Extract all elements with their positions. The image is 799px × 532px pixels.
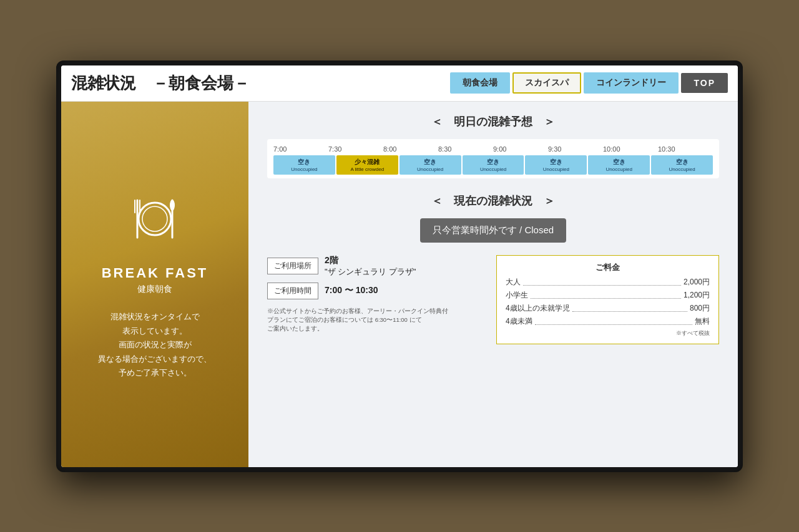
current-section: ＜ 現在の混雑状況 ＞ 只今営業時間外です / Closed: [267, 193, 719, 243]
tab-laundry[interactable]: コインランドリー: [584, 72, 679, 94]
pricing-box: ご料金 大人 2,000円 小学生 1,200円 4歳以上の未就学児: [496, 255, 719, 344]
price-row-preschool: 4歳以上の未就学児 800円: [506, 303, 710, 314]
price-value-infant: 無料: [695, 316, 710, 327]
price-row-infant: 4歳未満 無料: [506, 316, 710, 327]
location-value: 2階 "ザ シンギュラリ プラザ": [325, 255, 416, 278]
price-value-preschool: 800円: [690, 303, 710, 314]
price-label-adult: 大人: [506, 277, 521, 288]
time-label-4: 9:00: [493, 145, 548, 153]
hours-label: ご利用時間: [267, 283, 318, 299]
svg-point-7: [170, 200, 175, 211]
info-grid: ご利用場所 2階 "ザ シンギュラリ プラザ" ご利用時間 7:00 〜 10:…: [267, 255, 719, 344]
right-panel: ＜ 明日の混雑予想 ＞ 7:00 7:30 8:00 8:30 9:00 9:3…: [248, 102, 738, 467]
tab-skylounge[interactable]: スカイスパ: [512, 72, 581, 94]
info-left: ご利用場所 2階 "ザ シンギュラリ プラザ" ご利用時間 7:00 〜 10:…: [267, 255, 490, 344]
nav-tabs: 朝食会場 スカイスパ コインランドリー TOP: [450, 72, 728, 94]
time-label-0: 7:00: [273, 145, 328, 153]
location-row: ご利用場所 2階 "ザ シンギュラリ プラザ": [267, 255, 490, 278]
time-label-5: 9:30: [548, 145, 603, 153]
location-label: ご利用場所: [267, 258, 318, 274]
pricing-note: ※すべて税抜: [506, 329, 710, 337]
breakfast-title-en: BREAK FAST: [102, 265, 208, 281]
header: 混雑状況 －朝食会場－ 朝食会場 スカイスパ コインランドリー TOP: [61, 65, 738, 102]
location-name: "ザ シンギュラリ プラザ": [325, 266, 416, 278]
time-label-3: 8:30: [438, 145, 493, 153]
info-note: ※公式サイトからご予約のお客様、アーリー・パークイン特典付プランにてご宿泊のお客…: [267, 307, 490, 334]
price-row-elementary: 小学生 1,200円: [506, 290, 710, 301]
bar-1: 少々混雑 A little crowded: [336, 155, 398, 175]
tomorrow-section-title: ＜ 明日の混雑予想 ＞: [267, 114, 719, 129]
timeline-bars: 空き Unoccupied 少々混雑 A little crowded 空き U…: [273, 155, 713, 175]
time-label-2: 8:00: [383, 145, 438, 153]
price-row-adult: 大人 2,000円: [506, 277, 710, 288]
bar-0: 空き Unoccupied: [273, 155, 335, 175]
hours-row: ご利用時間 7:00 〜 10:30: [267, 283, 490, 299]
left-panel-description: 混雑状況をオンタイムで表示しています。画面の状況と実際が異なる場合がございますの…: [98, 310, 212, 380]
closed-badge: 只今営業時間外です / Closed: [420, 218, 566, 243]
pricing-header: ご料金: [506, 262, 710, 273]
tab-breakfast[interactable]: 朝食会場: [450, 72, 510, 94]
breakfast-subtitle-jp: 健康朝食: [137, 284, 172, 295]
bar-4: 空き Unoccupied: [525, 155, 587, 175]
hours-value: 7:00 〜 10:30: [325, 285, 378, 296]
timeline-container: 7:00 7:30 8:00 8:30 9:00 9:30 10:00 10:3…: [267, 139, 719, 178]
tv-screen: 混雑状況 －朝食会場－ 朝食会場 スカイスパ コインランドリー TOP: [61, 65, 738, 467]
left-panel: BREAK FAST 健康朝食 混雑状況をオンタイムで表示しています。画面の状況…: [61, 102, 248, 467]
plate-icon: [124, 188, 186, 253]
price-value-adult: 2,000円: [684, 277, 710, 288]
svg-point-4: [139, 203, 171, 235]
time-label-6: 10:00: [603, 145, 658, 153]
bar-5: 空き Unoccupied: [588, 155, 650, 175]
svg-point-5: [142, 206, 167, 231]
time-label-1: 7:30: [328, 145, 383, 153]
current-section-title: ＜ 現在の混雑状況 ＞: [267, 193, 719, 208]
bar-2: 空き Unoccupied: [400, 155, 461, 175]
tv-frame: 混雑状況 －朝食会場－ 朝食会場 スカイスパ コインランドリー TOP: [56, 60, 743, 472]
page-title: 混雑状況 －朝食会場－: [71, 72, 250, 94]
main-content: BREAK FAST 健康朝食 混雑状況をオンタイムで表示しています。画面の状況…: [61, 102, 738, 467]
bar-3: 空き Unoccupied: [463, 155, 524, 175]
tab-top[interactable]: TOP: [681, 73, 728, 93]
price-label-preschool: 4歳以上の未就学児: [506, 303, 570, 314]
bar-6: 空き Unoccupied: [651, 155, 713, 175]
time-label-7: 10:30: [658, 145, 713, 153]
location-floor: 2階: [325, 255, 416, 266]
time-labels: 7:00 7:30 8:00 8:30 9:00 9:30 10:00 10:3…: [273, 145, 713, 153]
price-label-elementary: 小学生: [506, 290, 528, 301]
price-value-elementary: 1,200円: [684, 290, 710, 301]
price-label-infant: 4歳未満: [506, 316, 532, 327]
